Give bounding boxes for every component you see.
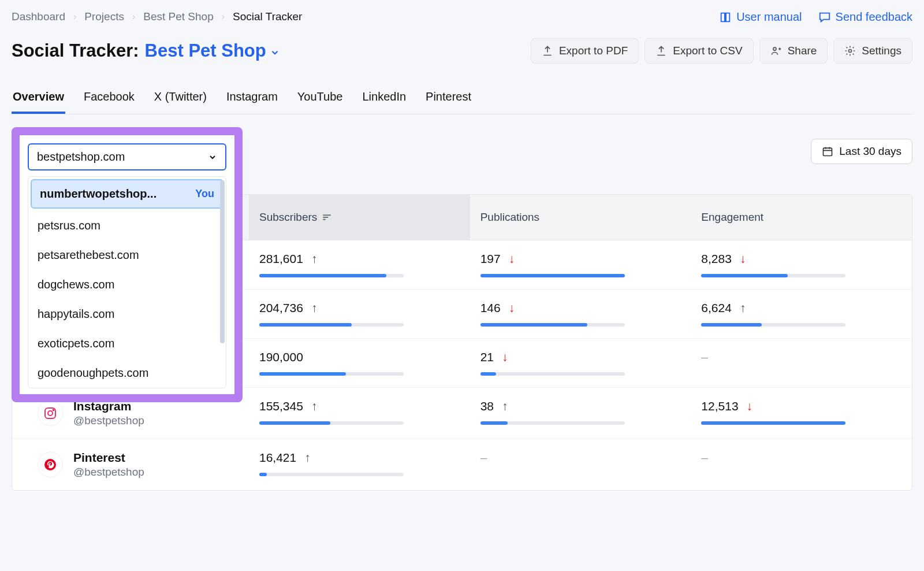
- svg-point-5: [53, 410, 54, 411]
- table-row: Pinterest@bestpetshop16,421↑––: [12, 439, 912, 490]
- tab-pinterest[interactable]: Pinterest: [424, 90, 472, 114]
- publications-bar: [480, 372, 625, 376]
- tab-instagram[interactable]: Instagram: [225, 90, 279, 114]
- dropdown-scrollbar[interactable]: [220, 180, 225, 384]
- subscribers-bar: [259, 323, 404, 327]
- network-handle: @bestpetshop: [73, 414, 144, 427]
- user-manual-label: User manual: [736, 10, 802, 24]
- domain-option[interactable]: happytails.com: [28, 299, 226, 329]
- svg-rect-2: [824, 148, 832, 155]
- send-feedback-link[interactable]: Send feedback: [818, 10, 912, 24]
- subscribers-bar: [259, 473, 404, 476]
- tab-overview[interactable]: Overview: [12, 90, 65, 114]
- domain-option[interactable]: dogchews.com: [28, 270, 226, 299]
- share-button[interactable]: Share: [759, 38, 828, 64]
- feedback-icon: [818, 11, 831, 24]
- export-csv-button[interactable]: Export to CSV: [644, 38, 753, 64]
- domain-option[interactable]: petsarethebest.com: [28, 240, 226, 270]
- breadcrumb-projects[interactable]: Projects: [84, 10, 124, 23]
- engagement-value: –: [701, 451, 708, 465]
- tab-youtube[interactable]: YouTube: [296, 90, 344, 114]
- export-pdf-label: Export to PDF: [559, 45, 628, 57]
- you-badge: You: [195, 188, 214, 200]
- chevron-down-icon: [208, 153, 217, 162]
- page-title: Social Tracker: Best Pet Shop: [12, 40, 280, 61]
- domain-option-label: petsarethebest.com: [38, 249, 139, 262]
- breadcrumb-project[interactable]: Best Pet Shop: [143, 10, 213, 23]
- engagement-bar: [701, 323, 845, 327]
- chevron-right-icon: ›: [73, 12, 76, 22]
- chevron-right-icon: ›: [222, 12, 225, 22]
- publications-bar: [480, 421, 625, 425]
- publications-value: –: [480, 451, 487, 465]
- subscribers-bar: [259, 421, 404, 425]
- tabs: Overview Facebook X (Twitter) Instagram …: [12, 90, 912, 114]
- date-range-label: Last 30 days: [839, 145, 901, 158]
- subscribers-bar: [259, 372, 404, 376]
- export-csv-label: Export to CSV: [673, 45, 742, 57]
- domain-selector-highlight: bestpetshop.com numbertwopetshop... You …: [12, 127, 243, 402]
- domain-option[interactable]: petsrus.com: [28, 211, 226, 240]
- calendar-icon: [822, 146, 833, 157]
- network-handle: @bestpetshop: [73, 466, 144, 479]
- instagram-icon: [38, 401, 63, 426]
- tab-linkedin[interactable]: LinkedIn: [361, 90, 407, 114]
- domain-select[interactable]: bestpetshop.com: [28, 143, 226, 170]
- domain-option-label: numbertwopetshop...: [40, 187, 157, 201]
- domain-option-label: exoticpets.com: [38, 337, 114, 350]
- date-range-button[interactable]: Last 30 days: [811, 139, 912, 164]
- domain-dropdown: numbertwopetshop... You petsrus.com pets…: [28, 176, 226, 388]
- send-feedback-label: Send feedback: [836, 10, 912, 24]
- domain-option-label: dogchews.com: [38, 278, 114, 291]
- tab-facebook[interactable]: Facebook: [83, 90, 136, 114]
- tab-twitter[interactable]: X (Twitter): [153, 90, 208, 114]
- subscribers-bar: [259, 274, 404, 277]
- chevron-down-icon: [270, 47, 280, 58]
- domain-option-label: goodenoughpets.com: [38, 366, 148, 380]
- domain-select-value: bestpetshop.com: [37, 150, 125, 164]
- publications-bar: [480, 274, 625, 277]
- domain-option-label: petsrus.com: [38, 219, 100, 232]
- engagement-bar: [701, 274, 845, 277]
- svg-point-1: [849, 50, 852, 53]
- share-label: Share: [788, 45, 817, 57]
- svg-point-0: [773, 47, 776, 50]
- subscribers-value: 16,421: [259, 451, 296, 465]
- chevron-right-icon: ›: [132, 12, 135, 22]
- share-icon: [770, 45, 782, 57]
- user-manual-link[interactable]: User manual: [719, 10, 802, 24]
- export-pdf-button[interactable]: Export to PDF: [531, 38, 639, 64]
- network-name: Pinterest: [73, 451, 144, 465]
- svg-point-6: [44, 459, 56, 470]
- publications-bar: [480, 323, 625, 327]
- domain-option-label: happytails.com: [38, 307, 114, 321]
- pinterest-icon: [38, 452, 63, 477]
- domain-option[interactable]: numbertwopetshop... You: [31, 179, 223, 209]
- settings-button[interactable]: Settings: [833, 38, 912, 64]
- trend-up-icon: ↑: [304, 451, 311, 465]
- project-name: Best Pet Shop: [145, 40, 266, 61]
- book-icon: [719, 11, 732, 24]
- domain-option[interactable]: goodenoughpets.com: [28, 358, 226, 388]
- breadcrumb-current: Social Tracker: [233, 10, 302, 23]
- upload-icon: [655, 45, 667, 57]
- domain-option[interactable]: exoticpets.com: [28, 329, 226, 358]
- upload-icon: [542, 45, 553, 57]
- settings-label: Settings: [862, 45, 901, 57]
- title-prefix: Social Tracker:: [12, 40, 139, 61]
- gear-icon: [844, 45, 856, 57]
- engagement-bar: [701, 421, 845, 425]
- breadcrumb-dashboard[interactable]: Dashboard: [12, 10, 65, 23]
- project-switcher[interactable]: Best Pet Shop: [145, 40, 280, 61]
- svg-point-4: [48, 411, 53, 416]
